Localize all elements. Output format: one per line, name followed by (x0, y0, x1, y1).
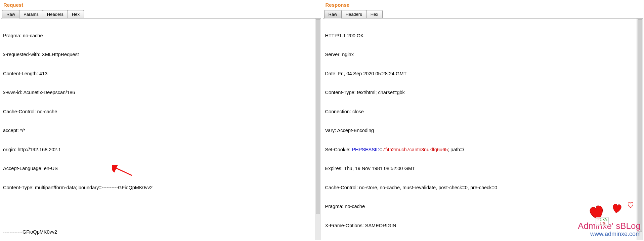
response-content-wrap: HTTP/1.1 200 OK Server: nginx Date: Fri,… (323, 18, 643, 240)
tab-response-raw[interactable]: Raw (324, 10, 342, 18)
tab-response-hex[interactable]: Hex (366, 10, 383, 18)
resp-header-line: Pragma: no-cache (325, 203, 635, 210)
request-scrollbar[interactable] (315, 18, 321, 240)
tab-request-headers[interactable]: Headers (43, 10, 68, 18)
tab-request-params[interactable]: Params (19, 10, 43, 18)
resp-header-line: Cache-Control: no-store, no-cache, must-… (325, 185, 635, 191)
req-header-line: Content-Type: multipart/form-data; bound… (3, 185, 313, 191)
response-title: Response (322, 0, 644, 9)
blank-line (3, 203, 313, 210)
response-raw-content[interactable]: HTTP/1.1 200 OK Server: nginx Date: Fri,… (323, 18, 637, 240)
resp-header-line: Expires: Thu, 19 Nov 1981 08:52:00 GMT (325, 165, 635, 172)
response-tabs: Raw Headers Hex (322, 9, 644, 18)
boundary-line: ------------GFioQpMK0vv2 (3, 229, 313, 235)
resp-header-line: Date: Fri, 04 Sep 2020 05:28:24 GMT (325, 71, 635, 77)
request-content-wrap: Pragma: no-cache x-requested-with: XMLHt… (1, 18, 321, 240)
req-header-line: accept: */* (3, 127, 313, 134)
resp-header-line: HTTP/1.1 200 OK (325, 33, 635, 39)
response-scrollbar[interactable] (637, 18, 643, 240)
scroll-thumb[interactable] (316, 19, 320, 214)
req-header-line: Accept-Language: en-US (3, 165, 313, 172)
req-header-line: x-requested-with: XMLHttpRequest (3, 51, 313, 58)
resp-header-line: Vary: Accept-Encoding (325, 127, 635, 134)
req-header-line: x-wvs-id: Acunetix-Deepscan/186 (3, 89, 313, 96)
tab-response-headers[interactable]: Headers (341, 10, 367, 18)
scroll-thumb[interactable] (638, 19, 642, 232)
req-header-line: Pragma: no-cache (3, 33, 313, 39)
resp-header-line: X-Frame-Options: SAMEORIGIN (325, 223, 635, 229)
resp-header-line: Content-Type: text/html; charset=gbk (325, 89, 635, 96)
resp-header-line: Server: nginx (325, 51, 635, 58)
request-raw-content[interactable]: Pragma: no-cache x-requested-with: XMLHt… (1, 18, 315, 240)
tab-request-raw[interactable]: Raw (2, 10, 19, 18)
request-tabs: Raw Params Headers Hex (0, 9, 322, 18)
req-header-line: Content-Length: 413 (3, 71, 313, 77)
req-header-line: origin: http://192.168.202.1 (3, 147, 313, 153)
request-title: Request (0, 0, 322, 9)
req-header-line: Cache-Control: no-cache (3, 109, 313, 115)
resp-header-line: Connection: close (325, 109, 635, 115)
request-pane: Request Raw Params Headers Hex Pragma: n… (0, 0, 322, 241)
response-pane: Response Raw Headers Hex HTTP/1.1 200 OK… (322, 0, 644, 241)
resp-header-cookie: Set-Cookie: PHPSESSID=7f4n2much7cantn3nu… (325, 147, 635, 153)
tab-request-hex[interactable]: Hex (68, 10, 84, 18)
